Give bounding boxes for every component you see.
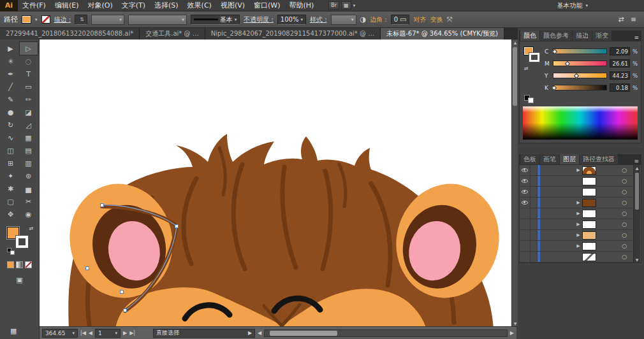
layer-row[interactable]: ▶ ○ — [520, 219, 641, 230]
lock-toggle[interactable] — [531, 198, 538, 208]
stroke-color-swatch[interactable] — [41, 15, 50, 24]
menu-item[interactable]: 选择(S) — [150, 0, 183, 11]
chevron-down-icon[interactable]: ▾ — [35, 17, 38, 22]
tool-button[interactable]: ▦ — [20, 131, 38, 144]
slider-knob[interactable] — [552, 85, 557, 90]
menu-item[interactable]: 对象(O) — [83, 0, 117, 11]
white-swatch[interactable] — [528, 97, 534, 103]
lock-toggle[interactable] — [531, 219, 538, 229]
document-tab[interactable]: 交通工具.ai* @ … — [140, 28, 205, 40]
transform-link[interactable]: 变换 — [430, 15, 443, 24]
stroke-weight-stepper[interactable]: ⇅ — [75, 15, 87, 25]
lock-toggle[interactable] — [531, 252, 538, 262]
target-circle-icon[interactable]: ○ — [622, 167, 627, 173]
panel-tab[interactable]: 画笔 — [540, 154, 559, 164]
gradient-mode-button[interactable] — [16, 261, 23, 268]
layer-row[interactable]: ▶ ○ — [520, 241, 641, 252]
style-select[interactable]: ▾ — [331, 15, 356, 25]
channel-slider[interactable] — [553, 85, 607, 90]
layers-scrollbar[interactable]: ▲ ▼ — [633, 165, 640, 263]
target-circle-icon[interactable]: ○ — [622, 221, 627, 227]
visibility-toggle[interactable] — [520, 230, 531, 240]
tool-button[interactable]: ▷ — [20, 42, 38, 55]
layer-thumbnail[interactable] — [582, 199, 596, 207]
scroll-right-icon[interactable]: ▶ — [510, 330, 514, 336]
expand-triangle-icon[interactable]: ▶ — [574, 200, 582, 205]
tool-button[interactable]: ◿ — [20, 119, 38, 131]
draw-mode-icon[interactable]: ▦ — [10, 327, 17, 335]
tool-button[interactable]: ✂ — [20, 195, 38, 208]
scroll-up-icon[interactable]: ▲ — [634, 166, 640, 170]
stroke-swatch[interactable] — [529, 53, 539, 62]
tool-button[interactable]: ▭ — [20, 80, 38, 93]
menu-item[interactable]: 效果(C) — [183, 0, 216, 11]
panel-tab[interactable]: 渐变 — [592, 31, 611, 41]
recolor-artwork-icon[interactable]: ◑ — [360, 15, 367, 24]
lock-toggle[interactable] — [531, 176, 538, 186]
layer-thumbnail[interactable] — [582, 166, 596, 175]
visibility-toggle[interactable] — [520, 241, 531, 251]
menu-item[interactable]: 编辑(E) — [50, 0, 84, 11]
tool-button[interactable]: ✒ — [2, 68, 20, 80]
tool-button[interactable]: ╱ — [2, 80, 20, 93]
channel-slider[interactable] — [553, 61, 607, 66]
tool-button[interactable]: ◌ — [20, 55, 38, 68]
visibility-toggle[interactable] — [520, 198, 531, 208]
vertical-scrollbar[interactable]: ▲ ▼ — [511, 40, 518, 326]
layer-row[interactable]: ▶ ○ — [520, 252, 641, 263]
visibility-toggle[interactable] — [520, 187, 531, 197]
tool-button[interactable]: ✳ — [2, 55, 20, 68]
menu-item[interactable]: 视图(V) — [216, 0, 249, 11]
chevron-down-icon[interactable]: ▾ — [353, 3, 356, 8]
layer-row[interactable]: ▶ ○ — [520, 198, 641, 208]
tool-button[interactable]: T — [20, 68, 38, 80]
panel-menu-icon[interactable]: ≡ — [634, 158, 640, 164]
screen-mode-icon[interactable]: ▣ — [0, 276, 39, 284]
scrollbar-thumb[interactable] — [270, 331, 337, 336]
target-circle-icon[interactable]: ○ — [622, 232, 627, 238]
tool-button[interactable]: ✏ — [20, 93, 38, 106]
visibility-toggle[interactable] — [520, 165, 531, 175]
stroke-link[interactable]: 描边 : — [54, 15, 71, 24]
tool-button[interactable]: ◫ — [2, 144, 20, 157]
target-circle-icon[interactable]: ○ — [622, 189, 627, 195]
slider-knob[interactable] — [574, 73, 579, 78]
align-link[interactable]: 对齐 — [413, 15, 426, 24]
opacity-field[interactable]: 100% ▾ — [277, 15, 306, 25]
next-artboard-button[interactable]: ▶ — [123, 330, 127, 336]
layer-thumbnail[interactable] — [582, 210, 596, 218]
layer-thumbnail[interactable] — [582, 253, 596, 261]
swap-icon[interactable]: ⇄ — [618, 15, 624, 24]
corner-link[interactable]: 边角 : — [370, 15, 387, 24]
visibility-toggle[interactable] — [520, 219, 531, 229]
tool-button[interactable]: ◉ — [20, 208, 38, 220]
artboard-canvas[interactable] — [40, 40, 511, 326]
visibility-toggle[interactable] — [520, 176, 531, 186]
stroke-swatch[interactable] — [16, 236, 28, 248]
scroll-down-icon[interactable]: ▼ — [634, 257, 640, 262]
panel-tab[interactable]: 描边 — [573, 31, 592, 41]
stroke-style-select[interactable]: 基本 ▾ — [191, 15, 240, 25]
lock-toggle[interactable] — [531, 230, 538, 240]
bridge-icon[interactable]: Br — [328, 1, 339, 10]
layer-row[interactable]: ▶ ○ — [520, 187, 641, 198]
scroll-left-icon[interactable]: ◀ — [258, 330, 261, 336]
zoom-level-field[interactable]: 364.65 ▾ — [42, 329, 78, 338]
tool-button[interactable]: ▢ — [2, 195, 20, 208]
target-circle-icon[interactable]: ○ — [622, 199, 627, 206]
color-spectrum[interactable] — [523, 106, 638, 140]
corner-field[interactable]: 0 ▭ — [391, 15, 410, 25]
fill-color-swatch[interactable] — [22, 15, 31, 24]
layer-thumbnail[interactable] — [582, 231, 596, 240]
brush-definition-select[interactable]: ▾ — [128, 15, 187, 25]
menu-item[interactable]: 文件(F) — [18, 0, 50, 11]
tool-button[interactable]: ▅ — [20, 182, 38, 195]
app-logo[interactable]: Ai — [0, 0, 18, 11]
workspace-switcher[interactable]: 基本功能 ▾ — [557, 1, 588, 10]
width-profile-select[interactable]: ▾ — [91, 15, 124, 25]
lock-toggle[interactable] — [531, 165, 538, 175]
layer-thumbnail[interactable] — [582, 188, 596, 196]
expand-triangle-icon[interactable]: ▶ — [574, 222, 582, 227]
target-circle-icon[interactable]: ○ — [622, 243, 627, 249]
tool-button[interactable]: ✥ — [2, 208, 20, 220]
